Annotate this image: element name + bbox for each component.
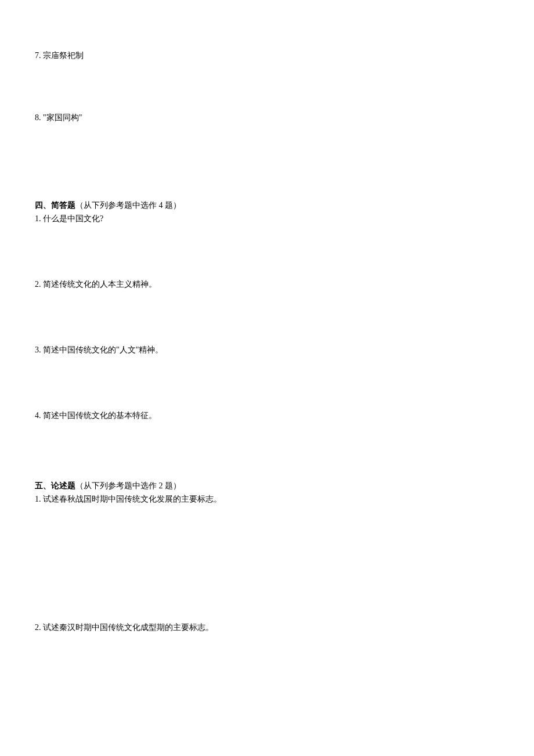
section-5-header: 五、论述题（从下列参考题中选作 2 题） bbox=[35, 480, 499, 492]
section-4-title: 四、简答题 bbox=[35, 201, 75, 210]
section-short-answer: 四、简答题（从下列参考题中选作 4 题） 1. 什么是中国文化? 2. 简述传统… bbox=[35, 199, 499, 422]
section-4-note: （从下列参考题中选作 4 题） bbox=[75, 201, 181, 210]
section-5-title: 五、论述题 bbox=[35, 481, 75, 490]
essay-q2: 2. 试述秦汉时期中国传统文化成型期的主要标志。 bbox=[35, 621, 499, 633]
section-5-note: （从下列参考题中选作 2 题） bbox=[75, 481, 181, 490]
section-essay: 五、论述题（从下列参考题中选作 2 题） 1. 试述春秋战国时期中国传统文化发展… bbox=[35, 480, 499, 633]
short-answer-q3: 3. 简述中国传统文化的"人文"精神。 bbox=[35, 344, 499, 356]
short-answer-q4: 4. 简述中国传统文化的基本特征。 bbox=[35, 409, 499, 422]
short-answer-q1: 1. 什么是中国文化? bbox=[35, 213, 499, 225]
section-4-header: 四、简答题（从下列参考题中选作 4 题） bbox=[35, 199, 499, 211]
term-item-8: 8. "家国同构" bbox=[35, 111, 499, 124]
term-item-7: 7. 宗庙祭祀制 bbox=[35, 49, 499, 62]
essay-q1: 1. 试述春秋战国时期中国传统文化发展的主要标志。 bbox=[35, 493, 499, 505]
short-answer-q2: 2. 简述传统文化的人本主义精神。 bbox=[35, 278, 499, 290]
